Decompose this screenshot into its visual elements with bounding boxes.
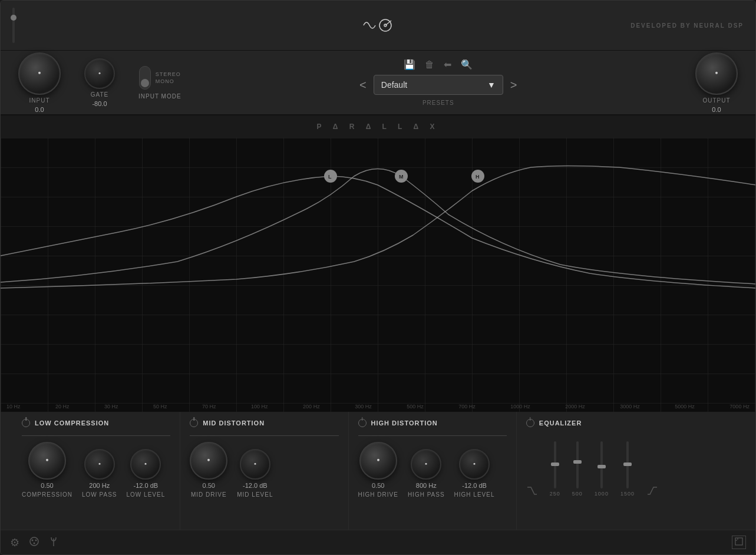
gate-label: GATE bbox=[91, 91, 108, 98]
eq-fader-250-track bbox=[554, 441, 556, 488]
high-dist-header: HIGH DISTORTION bbox=[358, 419, 507, 427]
eq-header: EQUALIZER bbox=[526, 419, 734, 427]
freq-label-700hz: 700 Hz bbox=[458, 404, 476, 409]
dev-label: DEVELOPED BY NEURAL DSP bbox=[630, 22, 744, 29]
mid-drive-value: 0.50 bbox=[203, 482, 215, 489]
high-drive-knob[interactable] bbox=[359, 442, 397, 480]
mid-level-label: MID LEVEL bbox=[237, 491, 273, 498]
eq-title: EQUALIZER bbox=[539, 419, 582, 427]
compression-knob-group: 0.50 COMPRESSION bbox=[22, 442, 72, 498]
high-level-knob[interactable] bbox=[459, 449, 490, 480]
input-label: INPUT bbox=[29, 97, 50, 104]
mid-drive-knob[interactable] bbox=[190, 442, 227, 480]
low-compression-section: LOW COMPRESSION 0.50 COMPRESSION 200 Hz … bbox=[12, 412, 180, 530]
gate-knob[interactable] bbox=[84, 58, 115, 89]
output-knob[interactable] bbox=[695, 52, 738, 95]
preset-toolbar: 💾 🗑 ⬅ 🔍 bbox=[404, 59, 473, 70]
eq-fader-1000-thumb[interactable] bbox=[597, 465, 606, 468]
import-preset-icon[interactable]: ⬅ bbox=[444, 59, 451, 70]
mid-level-knob[interactable] bbox=[240, 449, 270, 480]
low-pass-value: 200 Hz bbox=[89, 482, 110, 489]
toggle-dot bbox=[141, 79, 149, 87]
mid-drive-label: MID DRIVE bbox=[191, 491, 227, 498]
freq-display: L M H 10 Hz 20 Hz 30 Hz 50 Hz 70 Hz 100 … bbox=[1, 138, 755, 412]
tuning-fork-icon[interactable] bbox=[49, 536, 58, 549]
preset-dropdown[interactable]: Default ▼ bbox=[374, 75, 503, 95]
low-level-label: LOW LEVEL bbox=[127, 491, 166, 498]
preset-nav: < Default ▼ > bbox=[359, 75, 517, 95]
eq-power-btn[interactable] bbox=[526, 419, 534, 427]
compression-knob[interactable] bbox=[28, 442, 66, 480]
preset-next-button[interactable]: > bbox=[510, 78, 517, 92]
high-cut-icon-group bbox=[646, 438, 658, 497]
low-comp-title: LOW COMPRESSION bbox=[35, 419, 109, 427]
gate-knob-group: GATE -80.0 bbox=[84, 58, 115, 107]
freq-label-10hz: 10 Hz bbox=[6, 404, 21, 409]
freq-label-500hz: 500 Hz bbox=[407, 404, 424, 409]
low-comp-header: LOW COMPRESSION bbox=[22, 419, 170, 427]
mono-label: MONO bbox=[156, 78, 174, 84]
svg-point-8 bbox=[32, 539, 34, 541]
high-level-value: -12.0 dB bbox=[462, 482, 487, 489]
palette-svg bbox=[29, 536, 39, 547]
eq-fader-500-thumb[interactable] bbox=[573, 460, 582, 464]
high-dist-title: HIGH DISTORTION bbox=[371, 419, 438, 427]
output-label: OUTPUT bbox=[702, 97, 730, 104]
high-cut-icon bbox=[646, 485, 658, 497]
freq-label-30hz: 30 Hz bbox=[104, 404, 118, 409]
search-preset-icon[interactable]: 🔍 bbox=[461, 59, 473, 70]
high-dist-power-btn[interactable] bbox=[358, 419, 367, 427]
low-level-value: -12.0 dB bbox=[134, 482, 159, 489]
low-pass-knob[interactable] bbox=[84, 449, 115, 480]
eq-fader-1500-thumb[interactable] bbox=[623, 462, 632, 466]
preset-current: Default bbox=[381, 80, 407, 90]
top-controls: INPUT 0.0 GATE -80.0 STEREO MONO INPUT M… bbox=[1, 51, 755, 115]
freq-label-7000hz: 7000 Hz bbox=[729, 404, 750, 409]
eq-fader-250-thumb[interactable] bbox=[551, 462, 559, 466]
input-mode-container: STEREO MONO bbox=[139, 66, 181, 90]
low-cut-icon-group bbox=[526, 438, 538, 497]
high-dist-divider bbox=[358, 435, 507, 436]
input-knob[interactable] bbox=[18, 52, 61, 95]
input-mode-labels: STEREO MONO bbox=[156, 71, 181, 84]
input-level-thumb[interactable] bbox=[11, 15, 16, 21]
freq-label-100hz: 100 Hz bbox=[251, 404, 268, 409]
output-knob-group: OUTPUT 0.0 bbox=[695, 52, 738, 113]
low-comp-power-btn[interactable] bbox=[22, 419, 30, 427]
eq-fader-1000-label: 1000 bbox=[595, 491, 609, 497]
svg-point-9 bbox=[35, 539, 37, 541]
delete-preset-icon[interactable]: 🗑 bbox=[425, 60, 434, 70]
settings-icon[interactable]: ⚙ bbox=[10, 536, 19, 549]
low-level-knob[interactable] bbox=[130, 449, 161, 480]
expand-button[interactable] bbox=[732, 536, 746, 549]
high-drive-label: HIGH DRIVE bbox=[358, 491, 398, 498]
freq-label-1000hz: 1000 Hz bbox=[510, 404, 530, 409]
high-pass-label: HIGH PASS bbox=[408, 491, 445, 498]
eq-fader-250-label: 250 bbox=[550, 491, 560, 497]
low-level-knob-group: -12.0 dB LOW LEVEL bbox=[127, 449, 166, 498]
input-level-track bbox=[12, 8, 15, 43]
freq-label-20hz: 20 Hz bbox=[55, 404, 70, 409]
header-logo bbox=[361, 15, 396, 36]
freq-label-70hz: 70 Hz bbox=[202, 404, 216, 409]
svg-point-10 bbox=[34, 542, 35, 544]
freq-curves-svg: L M H bbox=[1, 138, 755, 412]
eq-fader-1000-track bbox=[600, 441, 603, 488]
eq-fader-1000: 1000 bbox=[595, 441, 609, 497]
eq-fader-250: 250 bbox=[550, 441, 560, 497]
freq-label-5000hz: 5000 Hz bbox=[675, 404, 695, 409]
palette-icon[interactable] bbox=[29, 536, 39, 549]
freq-label-300hz: 300 Hz bbox=[355, 404, 372, 409]
high-pass-knob[interactable] bbox=[411, 449, 441, 480]
input-mode-toggle[interactable] bbox=[139, 66, 151, 90]
presets-section: 💾 🗑 ⬅ 🔍 < Default ▼ > PRESETS bbox=[205, 59, 672, 106]
low-comp-divider bbox=[22, 435, 170, 436]
svg-rect-12 bbox=[735, 538, 742, 545]
save-preset-icon[interactable]: 💾 bbox=[404, 59, 415, 70]
bottom-controls: LOW COMPRESSION 0.50 COMPRESSION 200 Hz … bbox=[1, 412, 755, 530]
input-level-slider-wrap bbox=[12, 5, 15, 46]
preset-prev-button[interactable]: < bbox=[359, 78, 367, 92]
mid-dist-power-btn[interactable] bbox=[190, 419, 198, 427]
high-drive-value: 0.50 bbox=[372, 482, 384, 489]
mid-distortion-section: MID DISTORTION 0.50 MID DRIVE -12.0 dB M… bbox=[180, 412, 348, 530]
